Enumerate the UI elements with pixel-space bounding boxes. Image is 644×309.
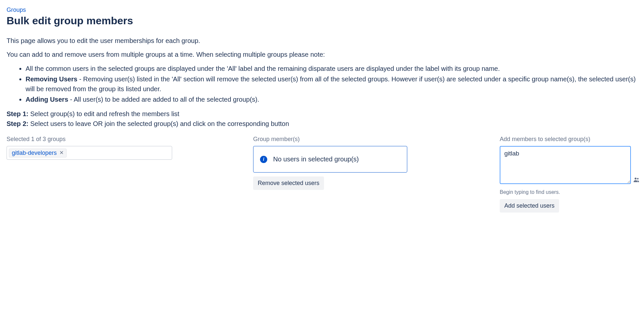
step-2-text: Select users to leave OR join the select… (29, 120, 289, 127)
intro-section: This page allows you to edit the user me… (7, 36, 637, 104)
people-icon[interactable] (633, 176, 640, 183)
add-members-label: Add members to selected group(s) (500, 136, 637, 143)
intro-list-item-3: Adding Users - All user(s) to be added a… (26, 94, 637, 104)
info-icon: i (260, 156, 267, 163)
removing-users-label: Removing Users (26, 75, 77, 83)
add-selected-users-button[interactable]: Add selected users (500, 199, 559, 213)
remove-selected-users-button[interactable]: Remove selected users (253, 176, 324, 190)
step-1-label: Step 1: (7, 110, 29, 117)
page-title: Bulk edit group members (7, 15, 637, 27)
intro-list: All the common users in the selected gro… (26, 64, 637, 104)
step-1: Step 1: Select group(s) to edit and refr… (7, 109, 637, 119)
intro-list-item-2: Removing Users - Removing user(s) listed… (26, 74, 637, 94)
group-selector-label: Selected 1 of 3 groups (7, 136, 240, 143)
group-members-label: Group member(s) (253, 136, 487, 143)
step-2-label: Step 2: (7, 120, 29, 127)
form-columns: Selected 1 of 3 groups gitlab-developers… (7, 136, 637, 213)
intro-paragraph-1: This page allows you to edit the user me… (7, 36, 637, 45)
remove-tag-icon[interactable]: ✕ (59, 150, 64, 155)
step-2: Step 2: Select users to leave OR join th… (7, 119, 637, 129)
add-members-help-text: Begin typing to find users. (500, 189, 637, 195)
add-members-column: Add members to selected group(s) Begin t… (500, 136, 637, 213)
add-members-input[interactable] (500, 146, 631, 184)
group-selector-column: Selected 1 of 3 groups gitlab-developers… (7, 136, 240, 160)
group-members-column: Group member(s) i No users in selected g… (253, 136, 487, 190)
intro-paragraph-2: You can add to and remove users from mul… (7, 50, 637, 59)
breadcrumb-groups-link[interactable]: Groups (7, 7, 26, 13)
adding-users-label: Adding Users (26, 96, 68, 103)
group-selector-input[interactable]: gitlab-developers ✕ (7, 146, 172, 160)
intro-list-item-1: All the common users in the selected gro… (26, 64, 637, 73)
svg-point-0 (634, 177, 636, 179)
step-1-text: Select group(s) to edit and refresh the … (29, 110, 179, 117)
removing-users-text: - Removing user(s) listed in the 'All' s… (26, 75, 636, 93)
selected-group-tag-label: gitlab-developers (12, 150, 57, 156)
adding-users-text: - All user(s) to be added are added to a… (68, 96, 259, 103)
empty-members-info: i No users in selected group(s) (253, 146, 407, 173)
empty-members-text: No users in selected group(s) (273, 155, 359, 163)
selected-group-tag[interactable]: gitlab-developers ✕ (9, 149, 67, 157)
steps-section: Step 1: Select group(s) to edit and refr… (7, 109, 637, 129)
svg-point-1 (637, 178, 639, 179)
